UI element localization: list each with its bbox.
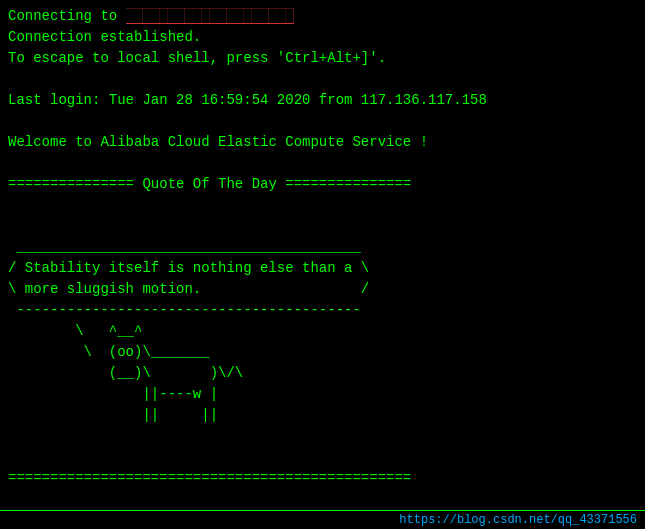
line-empty-5 bbox=[8, 216, 637, 237]
bottom-bar: https://blog.csdn.net/qq_43371556 bbox=[0, 510, 645, 529]
line-empty-3 bbox=[8, 153, 637, 174]
line-empty-4 bbox=[8, 195, 637, 216]
terminal-content: Connecting to ████████████████████ Conne… bbox=[8, 6, 637, 489]
line-connecting: Connecting to ████████████████████ bbox=[8, 6, 637, 27]
line-cow-2: \ (oo)\_______ bbox=[8, 342, 637, 363]
line-quote-2: \ more sluggish motion. / bbox=[8, 279, 637, 300]
hostname-highlight: ████████████████████ bbox=[126, 8, 294, 24]
line-cow-5: || || bbox=[8, 405, 637, 426]
blog-link[interactable]: https://blog.csdn.net/qq_43371556 bbox=[399, 513, 637, 527]
line-quote-1: / Stability itself is nothing else than … bbox=[8, 258, 637, 279]
line-empty-2 bbox=[8, 111, 637, 132]
line-border-bottom: ----------------------------------------… bbox=[8, 300, 637, 321]
line-footer-divider: ========================================… bbox=[8, 468, 637, 489]
line-border-top: ________________________________________… bbox=[8, 237, 637, 258]
line-established: Connection established. bbox=[8, 27, 637, 48]
line-empty-6 bbox=[8, 426, 637, 447]
line-cow-1: \ ^__^ bbox=[8, 321, 637, 342]
line-welcome: Welcome to Alibaba Cloud Elastic Compute… bbox=[8, 132, 637, 153]
line-cow-3: (__)\ )\/\ bbox=[8, 363, 637, 384]
line-empty-7 bbox=[8, 447, 637, 468]
line-quote-header: =============== Quote Of The Day =======… bbox=[8, 174, 637, 195]
line-last-login: Last login: Tue Jan 28 16:59:54 2020 fro… bbox=[8, 90, 637, 111]
line-empty-1 bbox=[8, 69, 637, 90]
line-cow-4: ||----w | bbox=[8, 384, 637, 405]
terminal-window[interactable]: Connecting to ████████████████████ Conne… bbox=[0, 0, 645, 529]
line-escape: To escape to local shell, press 'Ctrl+Al… bbox=[8, 48, 637, 69]
